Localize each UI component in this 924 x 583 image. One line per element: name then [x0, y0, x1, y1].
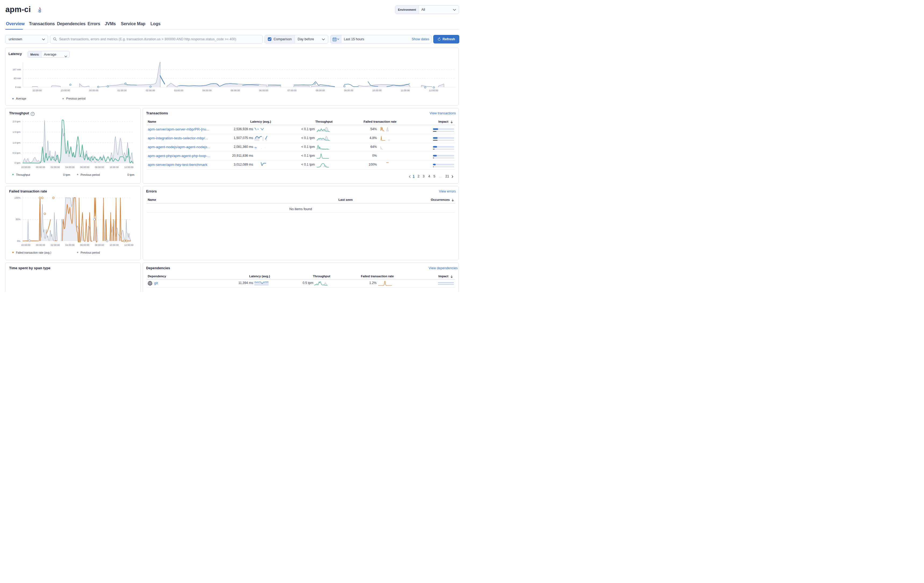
- svg-text:10:00:00: 10:00:00: [110, 166, 119, 168]
- svg-text:02:00:00: 02:00:00: [51, 244, 59, 246]
- svg-text:0.5 tpm: 0.5 tpm: [13, 152, 20, 154]
- svg-text:07:00:00: 07:00:00: [287, 89, 297, 92]
- svg-text:06:00:00: 06:00:00: [80, 166, 89, 168]
- svg-text:00:00:00: 00:00:00: [89, 89, 98, 92]
- svg-text:12:00:00: 12:00:00: [124, 166, 133, 168]
- svg-text:10:00:00: 10:00:00: [372, 89, 381, 92]
- svg-text:167 min: 167 min: [13, 68, 21, 71]
- svg-text:0 min: 0 min: [15, 86, 21, 88]
- svg-text:06:00:00: 06:00:00: [80, 244, 89, 246]
- svg-text:2.0 tpm: 2.0 tpm: [13, 120, 20, 123]
- svg-text:06:00:00: 06:00:00: [259, 89, 268, 92]
- svg-text:05:00:00: 05:00:00: [231, 89, 240, 92]
- svg-text:22:00:00: 22:00:00: [33, 89, 41, 92]
- svg-text:02:00:00: 02:00:00: [51, 166, 59, 168]
- svg-text:23:00:00: 23:00:00: [61, 89, 70, 92]
- svg-text:09:00:00: 09:00:00: [344, 89, 353, 92]
- svg-text:1.0 tpm: 1.0 tpm: [13, 142, 20, 144]
- svg-text:Failed transaction rate (avg.): Failed transaction rate (avg.): [16, 251, 51, 254]
- svg-text:Previous period: Previous period: [81, 251, 100, 254]
- svg-text:08:00:00: 08:00:00: [315, 89, 325, 92]
- svg-text:08:00:00: 08:00:00: [95, 166, 104, 168]
- svg-text:0 tpm: 0 tpm: [127, 173, 134, 176]
- svg-text:Throughput: Throughput: [16, 173, 30, 176]
- svg-text:1.5 tpm: 1.5 tpm: [13, 131, 20, 133]
- svg-text:0%: 0%: [17, 239, 20, 242]
- svg-text:00:00:00: 00:00:00: [36, 244, 45, 246]
- svg-text:Previous period: Previous period: [81, 173, 100, 176]
- svg-text:83 min: 83 min: [14, 77, 21, 80]
- svg-text:04:00:00: 04:00:00: [65, 166, 74, 168]
- svg-text:01:00:00: 01:00:00: [117, 89, 127, 92]
- svg-text:Average: Average: [16, 97, 26, 100]
- svg-text:22:00:00: 22:00:00: [21, 166, 30, 168]
- svg-text:12:00:00: 12:00:00: [429, 89, 438, 92]
- svg-text:0 tpm: 0 tpm: [15, 161, 20, 164]
- svg-text:100%: 100%: [15, 196, 21, 199]
- svg-text:04:00:00: 04:00:00: [65, 244, 74, 246]
- svg-text:22:00:00: 22:00:00: [21, 244, 30, 246]
- svg-text:04:00:00: 04:00:00: [202, 89, 211, 92]
- svg-text:02:00:00: 02:00:00: [146, 89, 155, 92]
- svg-text:11:00:00: 11:00:00: [401, 89, 410, 92]
- svg-text:Previous period: Previous period: [66, 97, 86, 100]
- svg-text:50%: 50%: [16, 218, 20, 221]
- svg-text:12:00:00: 12:00:00: [124, 244, 133, 246]
- svg-text:0 tpm: 0 tpm: [63, 173, 70, 176]
- svg-text:08:00:00: 08:00:00: [95, 244, 104, 246]
- svg-text:00:00:00: 00:00:00: [36, 166, 45, 168]
- svg-text:10:00:00: 10:00:00: [110, 244, 119, 246]
- svg-text:03:00:00: 03:00:00: [174, 89, 183, 92]
